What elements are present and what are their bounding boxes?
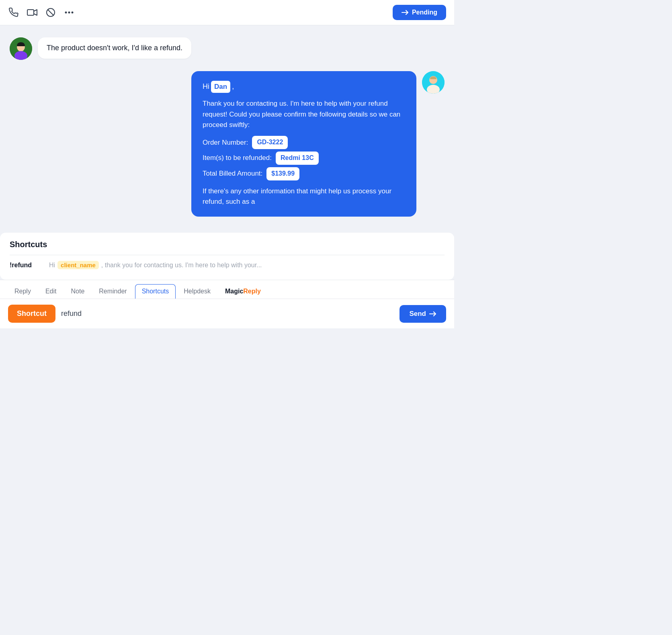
svg-line-2: [48, 10, 53, 15]
block-icon[interactable]: [45, 7, 56, 18]
shortcut-preview: Hi client_name , thank you for contactin…: [49, 261, 445, 269]
tab-shortcuts[interactable]: Shortcuts: [135, 284, 176, 299]
main-container: Pending The product doesn't work, I'd li…: [0, 0, 454, 346]
shortcut-button[interactable]: Shortcut: [8, 305, 55, 323]
shortcut-preview-rest: , thank you for contacting us. I'm here …: [101, 262, 262, 269]
amount-label: Total Billed Amount:: [203, 168, 262, 179]
video-icon[interactable]: [27, 7, 38, 18]
svg-point-4: [68, 12, 70, 14]
toolbar-left: [8, 7, 75, 18]
tab-note[interactable]: Note: [64, 285, 91, 298]
pending-button[interactable]: Pending: [393, 5, 446, 20]
item-value-tag: Redmi 13C: [276, 152, 319, 165]
agent-bubble: Hi Dan , Thank you for contacting us. I'…: [191, 71, 416, 217]
agent-message: Hi Dan , Thank you for contacting us. I'…: [10, 71, 445, 217]
tab-reply[interactable]: Reply: [8, 285, 37, 298]
svg-rect-0: [27, 10, 34, 15]
svg-point-3: [65, 12, 67, 14]
customer-avatar: [10, 37, 32, 60]
compose-input[interactable]: refund: [61, 309, 394, 318]
amount-value-tag: $139.99: [266, 167, 299, 180]
compose-bottom: Shortcut refund Send: [0, 299, 454, 328]
order-value-tag: GD-3222: [252, 136, 288, 149]
compose-area: Reply Edit Note Reminder Shortcuts Helpd…: [0, 280, 454, 328]
shortcut-item[interactable]: !refund Hi client_name , thank you for c…: [10, 255, 445, 275]
agent-hi-line: Hi Dan ,: [203, 81, 405, 93]
item-row: Item(s) to be refunded: Redmi 13C: [203, 152, 405, 165]
item-label: Item(s) to be refunded:: [203, 153, 272, 163]
tab-edit[interactable]: Edit: [39, 285, 63, 298]
agent-body1: Thank you for contacting us. I'm here to…: [203, 98, 405, 130]
shortcut-hi: Hi: [49, 262, 55, 269]
shortcuts-panel: Shortcuts !refund Hi client_name , thank…: [0, 233, 454, 280]
customer-text: The product doesn't work, I'd like a ref…: [47, 44, 182, 52]
send-label: Send: [409, 310, 426, 318]
order-row: Order Number: GD-3222: [203, 136, 405, 149]
shortcuts-title: Shortcuts: [10, 240, 445, 249]
tab-reminder[interactable]: Reminder: [92, 285, 133, 298]
customer-message: The product doesn't work, I'd like a ref…: [10, 37, 445, 60]
phone-icon[interactable]: [8, 7, 19, 18]
agent-hi-prefix: Hi: [203, 81, 209, 92]
agent-body2: If there's any other information that mi…: [203, 186, 405, 207]
magic-text: Magic: [225, 288, 243, 295]
more-icon[interactable]: [64, 7, 75, 18]
toolbar: Pending: [0, 0, 454, 25]
amount-row: Total Billed Amount: $139.99: [203, 167, 405, 180]
shortcut-client-name: client_name: [57, 261, 99, 269]
agent-customer-name-tag: Dan: [211, 81, 230, 93]
compose-tabs: Reply Edit Note Reminder Shortcuts Helpd…: [0, 280, 454, 299]
svg-point-5: [72, 12, 74, 14]
customer-bubble: The product doesn't work, I'd like a ref…: [38, 37, 191, 59]
pending-label: Pending: [412, 9, 437, 16]
order-label: Order Number:: [203, 137, 248, 148]
tab-magic-reply[interactable]: MagicReply: [219, 285, 267, 298]
send-button[interactable]: Send: [400, 305, 446, 323]
shortcut-key: !refund: [10, 262, 42, 269]
tab-helpdesk[interactable]: Helpdesk: [177, 285, 217, 298]
chat-area: The product doesn't work, I'd like a ref…: [0, 25, 454, 233]
agent-avatar: [422, 71, 445, 94]
reply-text: Reply: [243, 288, 261, 295]
